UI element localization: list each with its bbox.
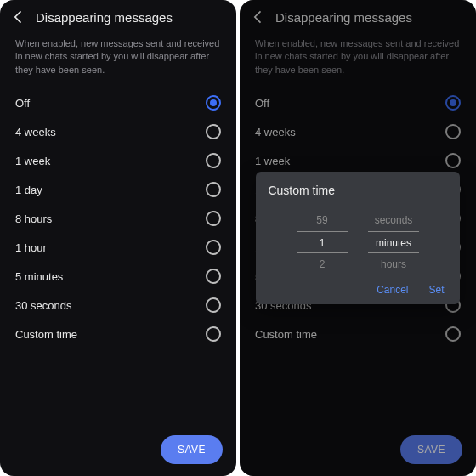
- radio-icon[interactable]: [206, 326, 221, 342]
- back-arrow-icon[interactable]: [10, 8, 27, 26]
- option-row[interactable]: 1 hour: [12, 233, 224, 262]
- wheel-value-above: 59: [297, 209, 348, 231]
- screen-right: Disappearing messages When enabled, new …: [240, 0, 476, 476]
- option-row[interactable]: 5 minutes: [12, 262, 224, 291]
- radio-icon[interactable]: [206, 269, 221, 284]
- option-label: 5 minutes: [15, 270, 63, 283]
- number-wheel[interactable]: 59 1 2: [297, 209, 348, 275]
- dialog-overlay: Custom time 59 1 2 seconds minutes hours…: [240, 0, 476, 476]
- wheel-unit-above: seconds: [368, 209, 419, 231]
- option-label: Custom time: [15, 328, 77, 341]
- radio-icon[interactable]: [206, 298, 221, 313]
- option-label: 4 weeks: [15, 126, 56, 139]
- option-label: 30 seconds: [15, 299, 72, 312]
- option-row[interactable]: 1 day: [12, 175, 224, 204]
- option-row[interactable]: 30 seconds: [12, 291, 224, 320]
- radio-icon[interactable]: [206, 182, 221, 197]
- option-row[interactable]: 8 hours: [12, 204, 224, 233]
- option-label: 1 hour: [15, 241, 47, 254]
- radio-icon[interactable]: [206, 240, 221, 255]
- option-label: 1 day: [15, 184, 42, 196]
- picker-wheels: 59 1 2 seconds minutes hours: [268, 209, 447, 275]
- option-label: 8 hours: [15, 212, 52, 225]
- wheel-value-selected: 1: [297, 231, 348, 253]
- option-row[interactable]: Custom time: [12, 320, 224, 348]
- radio-icon[interactable]: [206, 211, 221, 226]
- dialog-actions: Cancel Set: [268, 284, 447, 296]
- option-row[interactable]: Off: [12, 88, 224, 117]
- page-title: Disappearing messages: [36, 10, 173, 25]
- option-label: 1 week: [15, 155, 50, 167]
- unit-wheel[interactable]: seconds minutes hours: [368, 209, 419, 275]
- cancel-button[interactable]: Cancel: [377, 284, 408, 296]
- option-row[interactable]: 1 week: [12, 146, 224, 175]
- page-description: When enabled, new messages sent and rece…: [0, 29, 236, 88]
- set-button[interactable]: Set: [429, 284, 445, 296]
- radio-icon[interactable]: [206, 124, 221, 139]
- wheel-unit-selected: minutes: [368, 231, 419, 253]
- radio-icon[interactable]: [206, 95, 221, 110]
- wheel-unit-below: hours: [368, 253, 419, 275]
- dialog-title: Custom time: [268, 184, 447, 197]
- option-row[interactable]: 4 weeks: [12, 117, 224, 146]
- save-button[interactable]: SAVE: [161, 435, 223, 464]
- radio-icon[interactable]: [206, 153, 221, 168]
- options-list-left: Off4 weeks1 week1 day8 hours1 hour5 minu…: [0, 88, 236, 476]
- header: Disappearing messages: [0, 0, 236, 29]
- custom-time-dialog: Custom time 59 1 2 seconds minutes hours…: [256, 172, 459, 304]
- screen-left: Disappearing messages When enabled, new …: [0, 0, 236, 476]
- option-label: Off: [15, 97, 30, 110]
- wheel-value-below: 2: [297, 253, 348, 275]
